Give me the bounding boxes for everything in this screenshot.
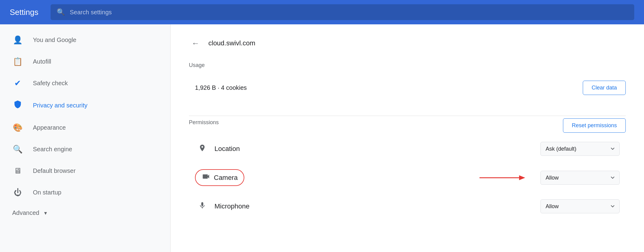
camera-arrow-indicator bbox=[244, 173, 540, 182]
sidebar-item-on-startup[interactable]: ⏻ On startup bbox=[0, 182, 170, 203]
microphone-permission-select[interactable]: Allow Ask (default) Block bbox=[540, 199, 620, 213]
safety-check-icon: ✔ bbox=[12, 79, 23, 88]
usage-label: Usage bbox=[189, 62, 626, 68]
sidebar-item-you-and-google[interactable]: 👤 You and Google bbox=[0, 29, 170, 51]
sidebar-item-label: You and Google bbox=[33, 37, 76, 44]
camera-permission-name: Camera bbox=[214, 174, 238, 182]
location-permission-select[interactable]: Ask (default) Allow Block bbox=[540, 142, 620, 156]
usage-text: 1,926 B · 4 cookies bbox=[189, 84, 247, 91]
sidebar-item-default-browser[interactable]: 🖥 Default browser bbox=[0, 160, 170, 182]
person-icon: 👤 bbox=[12, 35, 23, 45]
header: Settings 🔍 Search settings bbox=[0, 0, 644, 24]
usage-row: 1,926 B · 4 cookies Clear data bbox=[189, 75, 626, 101]
site-url: cloud.swivl.com bbox=[208, 39, 255, 47]
sidebar-item-safety-check[interactable]: ✔ Safety check bbox=[0, 72, 170, 94]
camera-highlight: Camera bbox=[195, 169, 244, 186]
location-permission-name: Location bbox=[214, 145, 540, 153]
settings-title: Settings bbox=[10, 8, 38, 17]
sidebar-item-label: Autofill bbox=[33, 58, 51, 65]
camera-icon bbox=[202, 172, 210, 183]
content-area: ← cloud.swivl.com Usage 1,926 B · 4 cook… bbox=[171, 24, 644, 252]
svg-marker-1 bbox=[519, 175, 525, 180]
on-startup-icon: ⏻ bbox=[12, 188, 23, 197]
red-arrow-icon bbox=[479, 173, 528, 182]
permission-row-location: Location Ask (default) Allow Block bbox=[189, 135, 626, 163]
advanced-label: Advanced bbox=[12, 209, 39, 216]
default-browser-icon: 🖥 bbox=[12, 166, 23, 176]
sidebar-item-label: Default browser bbox=[33, 167, 76, 174]
sidebar-item-search-engine[interactable]: 🔍 Search engine bbox=[0, 138, 170, 160]
main-layout: 👤 You and Google 📋 Autofill ✔ Safety che… bbox=[0, 24, 644, 252]
clear-data-button[interactable]: Clear data bbox=[583, 81, 626, 95]
sidebar-item-privacy-and-security[interactable]: Privacy and security bbox=[0, 94, 170, 117]
sidebar-item-autofill[interactable]: 📋 Autofill bbox=[0, 51, 170, 72]
appearance-icon: 🎨 bbox=[12, 123, 23, 132]
chevron-down-icon: ▾ bbox=[44, 210, 47, 216]
permissions-header: Permissions Reset permissions bbox=[189, 118, 626, 133]
sidebar-item-appearance[interactable]: 🎨 Appearance bbox=[0, 117, 170, 138]
privacy-shield-icon bbox=[12, 100, 23, 111]
usage-section: Usage 1,926 B · 4 cookies Clear data bbox=[189, 62, 626, 101]
sidebar: 👤 You and Google 📋 Autofill ✔ Safety che… bbox=[0, 24, 171, 252]
search-engine-icon: 🔍 bbox=[12, 145, 23, 154]
back-row: ← cloud.swivl.com bbox=[189, 37, 626, 50]
sidebar-advanced[interactable]: Advanced ▾ bbox=[0, 203, 170, 222]
search-bar[interactable]: 🔍 Search settings bbox=[51, 4, 634, 20]
location-icon bbox=[195, 144, 210, 154]
back-button[interactable]: ← bbox=[189, 37, 202, 50]
reset-permissions-button[interactable]: Reset permissions bbox=[563, 118, 626, 133]
permissions-label: Permissions bbox=[189, 119, 219, 126]
search-input[interactable]: Search settings bbox=[70, 9, 112, 16]
sidebar-item-label: Search engine bbox=[33, 146, 72, 153]
microphone-icon bbox=[195, 201, 210, 212]
sidebar-item-label: Privacy and security bbox=[33, 102, 87, 109]
permissions-section: Permissions Reset permissions Location A… bbox=[189, 118, 626, 220]
search-icon: 🔍 bbox=[57, 8, 65, 16]
microphone-permission-name: Microphone bbox=[214, 202, 540, 210]
sidebar-item-label: Safety check bbox=[33, 80, 68, 87]
sidebar-item-label: Appearance bbox=[33, 124, 66, 131]
permission-row-microphone: Microphone Allow Ask (default) Block bbox=[189, 193, 626, 220]
permission-row-camera: Camera Allow Ask (default) Block bbox=[189, 163, 626, 193]
camera-permission-select[interactable]: Allow Ask (default) Block bbox=[540, 171, 620, 185]
divider bbox=[189, 116, 626, 116]
sidebar-item-label: On startup bbox=[33, 189, 61, 196]
autofill-icon: 📋 bbox=[12, 57, 23, 66]
